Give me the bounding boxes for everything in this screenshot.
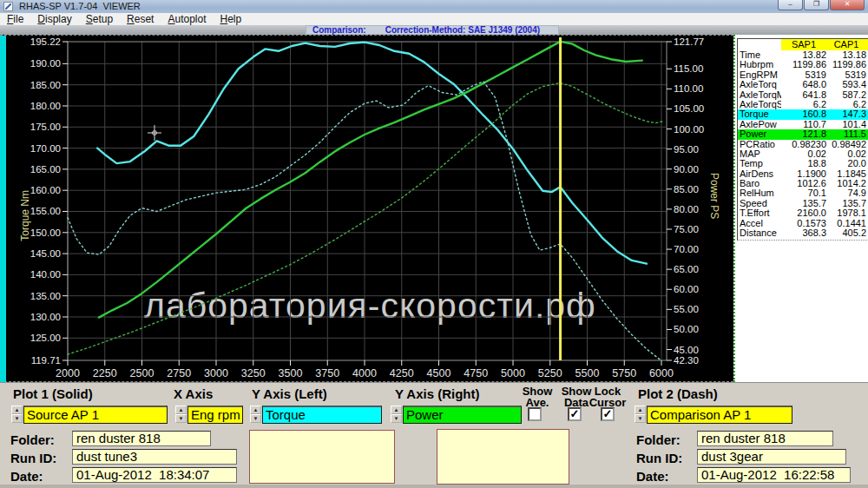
plot2-select[interactable]: Comparison AP 1 <box>647 406 792 424</box>
row-label: PCRatio <box>738 140 781 149</box>
torque-axis-title: Torque Nm <box>19 190 31 241</box>
spinner-down-icon[interactable]: ▼ <box>391 414 402 423</box>
x-tick-label: 2500 <box>130 367 155 379</box>
table-row: AxleTorq648.0593.4 <box>738 80 868 89</box>
table-row: Distance368.3405.2 <box>738 228 868 238</box>
spinner-up-icon[interactable]: ▲ <box>175 406 187 414</box>
x-tick-label: 5000 <box>501 367 525 379</box>
folder-field-2[interactable]: ren duster 818 <box>697 431 833 446</box>
plot2-spinner[interactable]: ▲ ▼ <box>635 406 646 424</box>
folder-field-1[interactable]: ren duster 818 <box>72 431 211 446</box>
runid-field-1[interactable]: dust tune3 <box>72 449 237 465</box>
yleft-select[interactable]: Torque <box>262 406 382 424</box>
comment-box-2[interactable] <box>437 429 569 485</box>
menubar: FileDisplaySetupResetAutoplotHelp <box>0 13 868 26</box>
sap1-value: 18.8 <box>781 159 826 168</box>
date-label-2: Date: <box>636 469 669 484</box>
yright-label: Y Axis (Right) <box>395 386 480 401</box>
left-tick-label: 135.00 <box>30 291 61 301</box>
cap1-value: 593.4 <box>826 80 868 89</box>
title-bar: RHAS-SP V1.7-04 VIEWER – ❐ ✕ <box>0 0 868 14</box>
menu-item-reset[interactable]: Reset <box>120 13 161 25</box>
plot1-spinner[interactable]: ▲ ▼ <box>11 406 23 424</box>
right-tick-label: 70.00 <box>674 244 699 254</box>
spinner-up-icon[interactable]: ▲ <box>250 406 261 414</box>
x-tick-label: 2250 <box>93 367 117 379</box>
runid-label-2: Run ID: <box>636 451 682 465</box>
right-axis: 121.77115.00110.00105.00100.0095.0090.00… <box>667 36 704 366</box>
x-tick-label: 2000 <box>56 367 80 379</box>
yright-spinner[interactable]: ▲ ▼ <box>391 406 402 424</box>
plot1-select[interactable]: Source AP 1 <box>23 406 168 424</box>
row-label: Hubrpm <box>738 60 781 69</box>
status-bar <box>0 485 868 488</box>
plot-frame <box>68 42 667 360</box>
sap1-value: 121.8 <box>781 129 826 139</box>
row-label: AirDens <box>738 169 781 179</box>
minimize-button[interactable]: – <box>778 0 803 10</box>
spinner-down-icon[interactable]: ▼ <box>11 414 23 423</box>
cap1-value: 1978.1 <box>826 208 868 218</box>
xaxis-spinner[interactable]: ▲ ▼ <box>175 406 187 424</box>
spinner-down-icon[interactable]: ▼ <box>635 414 646 423</box>
checkbox-lock-cursor[interactable]: ✓ <box>601 407 615 421</box>
app-icon <box>3 2 13 11</box>
left-tick-label: 130.00 <box>30 312 61 322</box>
row-label: Time <box>738 50 781 60</box>
left-tick-label: 160.00 <box>30 185 61 195</box>
x-tick-label: 3250 <box>241 367 266 379</box>
comparison-label: Comparison: <box>306 25 366 35</box>
left-tick-label: 165.00 <box>30 164 61 175</box>
x-tick-label: 3500 <box>279 367 303 379</box>
comparison-banner: Comparison: Correction-Method: SAE J1349… <box>306 25 559 35</box>
checkbox-show-ave-[interactable] <box>528 407 542 421</box>
left-tick-label: 170.00 <box>30 143 61 154</box>
runid-field-2[interactable]: dust 3gear <box>697 449 846 465</box>
date-field-1[interactable]: 01-Aug-2012 18:34:07 <box>72 467 237 483</box>
x-tick-label: 4250 <box>390 367 414 379</box>
checkbox-show-data[interactable]: ✓ <box>568 407 582 421</box>
row-label: Speed <box>738 199 781 208</box>
spinner-down-icon[interactable]: ▼ <box>250 414 261 423</box>
chart-canvas[interactable]: 195.22190.00185.00180.00175.00170.00165.… <box>0 36 733 383</box>
x-tick-label: 5750 <box>612 367 636 379</box>
yleft-label: Y Axis (Left) <box>252 386 327 401</box>
yleft-spinner[interactable]: ▲ ▼ <box>250 406 261 424</box>
row-label: AxlePow <box>738 120 781 129</box>
yright-select[interactable]: Power <box>403 406 522 424</box>
row-label: Distance <box>738 228 781 238</box>
right-tick-label: 60.00 <box>674 284 699 294</box>
left-tick-label: 195.22 <box>30 36 61 47</box>
left-tick-label: 150.00 <box>30 228 61 238</box>
table-row: Temp18.820.0 <box>738 159 868 168</box>
comment-box-1[interactable] <box>249 430 395 484</box>
menu-item-autoplot[interactable]: Autoplot <box>161 13 213 25</box>
folder-label-1: Folder: <box>10 432 55 447</box>
x-axis: 2000225025002750300032503500375040004250… <box>56 360 674 379</box>
maximize-button[interactable]: ❐ <box>804 0 829 10</box>
spinner-down-icon[interactable]: ▼ <box>175 414 187 423</box>
menu-item-display[interactable]: Display <box>30 13 78 25</box>
date-field-2[interactable]: 01-Aug-2012 16:22:58 <box>697 467 851 483</box>
x-tick-label: 3000 <box>204 367 228 379</box>
row-label: Power <box>738 129 781 139</box>
xaxis-select[interactable]: Eng rpm <box>187 406 243 424</box>
row-label: MAP <box>738 149 781 159</box>
right-tick-label: 42.30 <box>674 355 699 366</box>
left-tick-label: 175.00 <box>30 122 61 132</box>
spinner-up-icon[interactable]: ▲ <box>391 406 402 414</box>
checkbox-label-2: Lock Cursor <box>585 386 630 408</box>
spinner-up-icon[interactable]: ▲ <box>11 406 23 414</box>
right-tick-label: 95.00 <box>674 144 699 155</box>
spinner-up-icon[interactable]: ▲ <box>635 406 646 414</box>
right-tick-label: 90.00 <box>674 164 699 175</box>
data-table: SAP1CAP1Time13.8213.18Hubrpm1199.861199.… <box>737 38 868 241</box>
left-axis: 195.22190.00185.00180.00175.00170.00165.… <box>30 36 68 366</box>
menu-item-file[interactable]: File <box>0 13 30 25</box>
controls-panel: Plot 1 (Solid) X Axis Y Axis (Left) Y Ax… <box>0 382 868 488</box>
menu-item-help[interactable]: Help <box>214 13 249 25</box>
cap1-value: 20.0 <box>826 159 868 168</box>
menu-item-setup[interactable]: Setup <box>79 13 120 25</box>
right-tick-label: 80.00 <box>674 204 699 214</box>
close-button[interactable]: ✕ <box>830 0 865 10</box>
